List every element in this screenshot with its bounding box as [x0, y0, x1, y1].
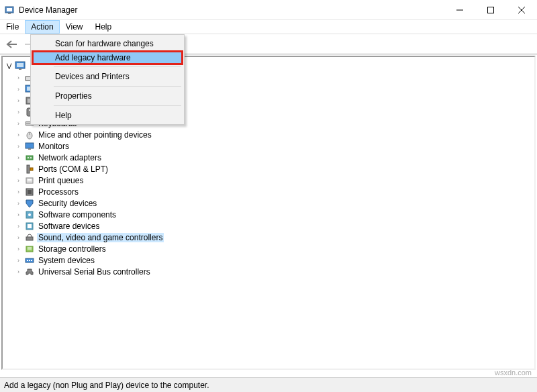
expand-icon[interactable]: ›: [15, 189, 22, 195]
svg-rect-25: [28, 148, 31, 150]
tree-node-label: Software devices: [37, 222, 101, 231]
svg-rect-2: [8, 13, 11, 14]
app-icon: [4, 5, 15, 15]
device-category-icon: [24, 255, 35, 266]
tree-node[interactable]: ›Processors: [15, 186, 534, 197]
tree-node-label: Security devices: [37, 199, 98, 208]
expand-icon[interactable]: ›: [15, 257, 22, 264]
svg-rect-26: [26, 156, 33, 160]
menu-separator: [54, 66, 181, 67]
device-category-icon: [24, 244, 35, 254]
svg-rect-44: [27, 260, 28, 261]
menu-item-scan-hardware[interactable]: Scan for hardware changes: [32, 36, 183, 51]
tree-node[interactable]: ›Software components: [15, 209, 534, 220]
menu-separator: [54, 86, 181, 87]
tree-node-label: System devices: [37, 256, 96, 265]
status-text: Add a legacy (non Plug and Play) device …: [4, 381, 209, 390]
tree-node-label: Print queues: [37, 176, 85, 185]
status-bar: Add a legacy (non Plug and Play) device …: [0, 377, 537, 392]
svg-rect-45: [29, 260, 30, 261]
svg-rect-39: [26, 237, 33, 240]
svg-point-36: [28, 213, 31, 216]
device-category-icon: [24, 141, 35, 152]
tree-node[interactable]: ›Monitors: [15, 140, 534, 152]
action-dropdown: Scan for hardware changes Add legacy har…: [30, 34, 185, 125]
svg-rect-1: [7, 8, 12, 11]
device-category-icon: [24, 266, 35, 277]
svg-rect-34: [28, 190, 32, 194]
device-category-icon: [24, 221, 35, 232]
menu-separator: [54, 105, 181, 106]
tree-node[interactable]: ›Storage controllers: [15, 243, 534, 254]
menu-item-help[interactable]: Help: [32, 108, 183, 123]
tree-node-label: Processors: [37, 187, 80, 197]
menu-action[interactable]: Action: [25, 20, 59, 34]
device-category-icon: [24, 232, 35, 243]
expand-icon[interactable]: ›: [15, 223, 22, 230]
tree-node[interactable]: ›Mice and other pointing devices: [15, 129, 534, 140]
window-title: Device Manager: [19, 5, 444, 15]
expand-icon[interactable]: ⋁: [5, 62, 13, 69]
device-category-icon: [24, 198, 35, 209]
device-category-icon: [24, 175, 35, 186]
expand-icon[interactable]: ›: [15, 109, 22, 115]
back-button[interactable]: [4, 36, 20, 52]
svg-rect-4: [488, 7, 494, 13]
tree-node[interactable]: ›Print queues: [15, 175, 534, 186]
tree-node-label: Storage controllers: [37, 244, 107, 254]
expand-icon[interactable]: ›: [15, 234, 22, 241]
expand-icon[interactable]: ›: [15, 200, 22, 207]
tree-node-label: Universal Serial Bus controllers: [37, 267, 152, 277]
svg-rect-30: [30, 168, 33, 170]
menu-item-properties[interactable]: Properties: [32, 89, 183, 103]
expand-icon[interactable]: ›: [15, 211, 22, 218]
computer-icon: [15, 60, 26, 71]
minimize-button[interactable]: [444, 0, 475, 20]
svg-rect-24: [26, 143, 34, 148]
device-category-icon: [24, 164, 35, 175]
expand-icon[interactable]: ›: [15, 120, 22, 127]
menu-file[interactable]: File: [0, 20, 25, 34]
menu-item-add-legacy-hardware[interactable]: Add legacy hardware: [32, 50, 183, 65]
svg-point-28: [30, 157, 32, 158]
tree-node[interactable]: ›Security devices: [15, 197, 534, 209]
menu-help[interactable]: Help: [89, 20, 118, 34]
tree-node[interactable]: ›Software devices: [15, 220, 534, 232]
tree-node[interactable]: ›Sound, video and game controllers: [15, 232, 534, 243]
expand-icon[interactable]: ›: [15, 97, 22, 104]
tree-node-label: Mice and other pointing devices: [37, 130, 153, 140]
watermark: wsxdn.com: [495, 369, 532, 377]
device-category-icon: [24, 209, 35, 220]
expand-icon[interactable]: ›: [15, 86, 22, 93]
menu-item-devices-printers[interactable]: Devices and Printers: [32, 69, 183, 84]
device-category-icon: [24, 152, 35, 163]
tree-node-label: Ports (COM & LPT): [37, 164, 109, 174]
expand-icon[interactable]: ›: [15, 166, 22, 173]
expand-icon[interactable]: ›: [15, 268, 22, 275]
svg-rect-8: [17, 63, 23, 67]
tree-node[interactable]: ›System devices: [15, 254, 534, 266]
maximize-button[interactable]: [475, 0, 506, 20]
tree-node-label: Network adapters: [37, 153, 103, 162]
close-button[interactable]: [506, 0, 537, 20]
svg-rect-29: [27, 165, 30, 173]
expand-icon[interactable]: ›: [15, 132, 22, 138]
svg-rect-46: [31, 260, 32, 261]
svg-rect-32: [28, 179, 32, 181]
expand-icon[interactable]: ›: [15, 154, 22, 161]
svg-rect-9: [19, 68, 21, 70]
expand-icon[interactable]: ›: [15, 75, 22, 81]
tree-node-label: Sound, video and game controllers: [37, 233, 164, 242]
device-category-icon: [24, 130, 35, 140]
expand-icon[interactable]: ›: [15, 143, 22, 150]
svg-rect-38: [28, 224, 32, 228]
tree-node[interactable]: ›Ports (COM & LPT): [15, 163, 534, 175]
menu-view[interactable]: View: [60, 20, 89, 34]
tree-node[interactable]: ›Universal Serial Bus controllers: [15, 266, 534, 277]
expand-icon[interactable]: ›: [15, 177, 22, 184]
device-category-icon: [24, 187, 35, 197]
tree-node-label: Monitors: [37, 142, 70, 151]
svg-point-27: [28, 157, 29, 158]
expand-icon[interactable]: ›: [15, 246, 22, 252]
tree-node[interactable]: ›Network adapters: [15, 152, 534, 163]
